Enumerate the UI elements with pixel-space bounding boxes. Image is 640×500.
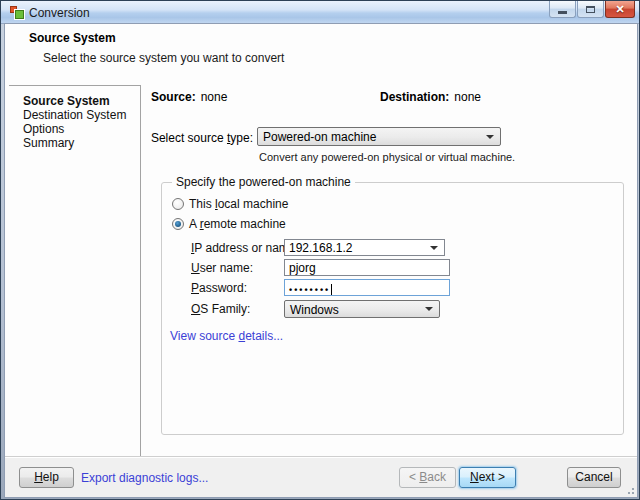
minimize-button[interactable] — [549, 1, 576, 18]
source-status: Source:none — [151, 90, 227, 104]
step-options: Options — [23, 122, 140, 136]
source-type-hint: Convert any powered-on physical or virtu… — [259, 151, 515, 163]
step-destination-system: Destination System — [23, 108, 140, 122]
wizard-steps-panel: Source System Destination System Options… — [9, 85, 141, 456]
os-family-value: Windows — [290, 303, 339, 317]
password-input[interactable]: •••••••• — [284, 279, 450, 296]
maximize-icon — [586, 6, 595, 13]
step-summary: Summary — [23, 136, 140, 150]
source-type-select[interactable]: Powered-on machine — [257, 127, 501, 146]
radio-remote-machine-label[interactable]: A remote machine — [189, 217, 286, 231]
group-legend: Specify the powered-on machine — [172, 175, 355, 189]
radio-remote-machine[interactable] — [172, 218, 184, 230]
destination-status-label: Destination: — [380, 90, 449, 104]
help-button[interactable]: Help — [19, 467, 74, 488]
conversion-window: Conversion ✕ Source System Select the so… — [0, 0, 640, 500]
source-type-value: Powered-on machine — [263, 130, 376, 144]
maximize-button[interactable] — [577, 1, 604, 18]
page-subtitle: Select the source system you want to con… — [43, 51, 284, 65]
export-diagnostic-logs-link[interactable]: Export diagnostic logs... — [81, 471, 208, 485]
window-title: Conversion — [29, 6, 90, 20]
cancel-button[interactable]: Cancel — [567, 467, 621, 488]
os-family-label: OS Family: — [191, 302, 250, 316]
chevron-down-icon — [425, 307, 433, 311]
os-family-select[interactable]: Windows — [284, 300, 440, 318]
chevron-down-icon — [430, 246, 438, 250]
source-type-label: Select source type: — [145, 131, 253, 145]
back-button[interactable]: < Back — [399, 467, 456, 488]
next-button[interactable]: Next > — [459, 467, 516, 488]
radio-local-machine[interactable] — [172, 198, 184, 210]
page-title: Source System — [29, 31, 116, 45]
destination-status-value: none — [454, 90, 481, 104]
password-label: Password: — [191, 281, 247, 295]
radio-local-machine-label[interactable]: This local machine — [189, 197, 288, 211]
close-button[interactable]: ✕ — [605, 1, 635, 18]
ip-address-value: 192.168.1.2 — [289, 241, 352, 255]
user-name-label: User name: — [191, 261, 253, 275]
resize-grip[interactable] — [624, 484, 634, 494]
view-source-details-link[interactable]: View source details... — [170, 329, 283, 343]
text-caret — [331, 284, 332, 295]
close-icon: ✕ — [615, 4, 624, 15]
dialog-footer: Help Export diagnostic logs... < Back Ne… — [5, 456, 637, 497]
powered-on-machine-group: Specify the powered-on machine This loca… — [161, 182, 624, 435]
minimize-icon — [558, 11, 567, 14]
user-name-input[interactable]: pjorg — [284, 259, 450, 276]
source-status-label: Source: — [151, 90, 196, 104]
step-source-system: Source System — [23, 94, 140, 108]
ip-address-input[interactable]: 192.168.1.2 — [284, 239, 445, 256]
converter-app-icon — [10, 5, 24, 19]
title-bar[interactable]: Conversion ✕ — [1, 1, 639, 24]
destination-status: Destination:none — [380, 90, 481, 104]
ip-address-label: IP address or name: — [191, 241, 299, 255]
source-status-value: none — [201, 90, 228, 104]
password-masked-value: •••••••• — [289, 285, 330, 295]
chevron-down-icon — [486, 135, 494, 139]
user-name-value: pjorg — [289, 261, 316, 275]
dialog-content: Source System Select the source system y… — [5, 24, 637, 497]
